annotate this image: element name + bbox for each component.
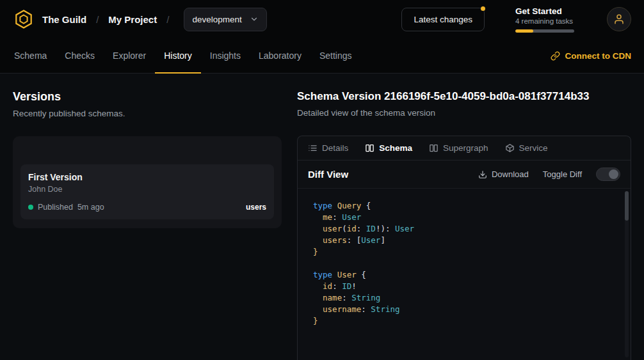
code-line: users: [User] — [313, 235, 615, 246]
nav-tab-settings[interactable]: Settings — [310, 38, 361, 73]
hive-logo-icon[interactable] — [13, 8, 35, 30]
tab-service[interactable]: Service — [505, 143, 548, 153]
progress-bar — [515, 29, 574, 33]
version-time: 5m ago — [77, 203, 104, 212]
version-meta-row: Published 5m ago users — [28, 203, 266, 212]
versions-column: Versions Recently published schemas. Fir… — [13, 90, 282, 360]
code-line: name: String — [313, 292, 615, 304]
tab-details[interactable]: Details — [308, 143, 348, 153]
detail-tab-bar: Details Schema Sup — [298, 136, 631, 160]
top-bar: The Guild / My Project / development Lat… — [0, 0, 644, 38]
code-line: username: String — [313, 304, 615, 315]
tab-details-label: Details — [322, 143, 348, 153]
org-breadcrumb[interactable]: The Guild — [42, 14, 86, 25]
get-started-widget[interactable]: Get Started 4 remaining tasks — [515, 6, 576, 33]
notification-dot — [481, 6, 485, 11]
toggle-diff-label: Toggle Diff — [543, 169, 582, 179]
code-scrollbar-thumb[interactable] — [625, 191, 629, 221]
schema-icon — [365, 143, 374, 153]
versions-card: First Version John Doe Published 5m ago … — [13, 136, 282, 228]
breadcrumb-separator: / — [96, 14, 99, 25]
tab-service-label: Service — [519, 143, 548, 153]
code-block: type Query { me: User user(id: ID!): Use… — [313, 200, 615, 327]
status-dot — [28, 205, 33, 210]
supergraph-icon — [429, 143, 439, 153]
diff-toggle-knob — [609, 169, 618, 179]
detail-title: Schema Version 2166196f-5e10-4059-bd0a-0… — [297, 90, 631, 103]
connect-to-cdn-link[interactable]: Connect to CDN — [543, 38, 640, 73]
diff-toggle[interactable] — [596, 168, 620, 181]
nav-tab-checks[interactable]: Checks — [56, 38, 104, 73]
code-scrollbar — [625, 191, 629, 357]
nav-tab-schema[interactable]: Schema — [5, 38, 56, 73]
code-area: type Query { me: User user(id: ID!): Use… — [298, 189, 631, 360]
environment-select-value: development — [192, 15, 241, 24]
latest-changes-label: Latest changes — [414, 15, 472, 24]
main-content: Versions Recently published schemas. Fir… — [0, 74, 644, 360]
progress-fill — [515, 29, 533, 33]
service-icon — [505, 143, 515, 153]
nav-tab-explorer[interactable]: Explorer — [104, 38, 155, 73]
code-line: id: ID! — [313, 281, 615, 292]
download-button[interactable]: Download — [478, 169, 529, 179]
avatar[interactable] — [607, 7, 631, 31]
version-author: John Doe — [28, 185, 266, 194]
latest-changes-button[interactable]: Latest changes — [401, 8, 485, 31]
versions-title: Versions — [13, 90, 282, 104]
code-line: me: User — [313, 212, 615, 223]
versions-subtitle: Recently published schemas. — [13, 109, 282, 118]
download-label: Download — [492, 169, 529, 179]
diff-actions: Download Toggle Diff — [478, 168, 620, 181]
nav-tab-laboratory[interactable]: Laboratory — [250, 38, 310, 73]
main-nav: Schema Checks Explorer History Insights … — [0, 38, 644, 74]
download-icon — [478, 170, 487, 179]
nav-tab-insights[interactable]: Insights — [201, 38, 250, 73]
connect-to-cdn-label: Connect to CDN — [565, 51, 632, 61]
tab-supergraph-label: Supergraph — [443, 143, 488, 153]
project-breadcrumb[interactable]: My Project — [108, 14, 157, 25]
list-icon — [308, 143, 318, 153]
detail-subtitle: Detailed view of the schema version — [297, 108, 631, 118]
breadcrumb-separator: / — [166, 14, 169, 25]
link-icon — [551, 51, 560, 61]
code-line: } — [313, 246, 615, 258]
user-icon — [613, 13, 625, 25]
diff-header: Diff View Download Toggle Diff — [298, 160, 631, 189]
environment-select[interactable]: development — [184, 8, 266, 31]
service-badge: users — [246, 203, 266, 212]
get-started-title: Get Started — [515, 6, 576, 16]
version-status: Published — [38, 203, 73, 212]
version-list-item[interactable]: First Version John Doe Published 5m ago … — [20, 164, 274, 219]
code-line: user(id: ID!): User — [313, 223, 615, 235]
chevron-down-icon — [250, 15, 259, 24]
code-line: type User { — [313, 269, 615, 281]
get-started-subtitle: 4 remaining tasks — [515, 17, 576, 25]
tab-schema-label: Schema — [379, 143, 412, 153]
nav-tab-history[interactable]: History — [155, 38, 201, 73]
version-name: First Version — [28, 172, 266, 182]
version-detail-panel: Details Schema Sup — [297, 136, 631, 360]
topbar-right-cluster: Latest changes Get Started 4 remaining t… — [401, 6, 631, 33]
diff-view-title: Diff View — [308, 169, 348, 180]
code-line — [313, 258, 615, 269]
code-line: type Query { — [313, 200, 615, 212]
code-line: } — [313, 315, 615, 327]
version-detail-column: Schema Version 2166196f-5e10-4059-bd0a-0… — [297, 90, 631, 360]
tab-schema[interactable]: Schema — [365, 143, 412, 153]
tab-supergraph[interactable]: Supergraph — [429, 143, 488, 153]
